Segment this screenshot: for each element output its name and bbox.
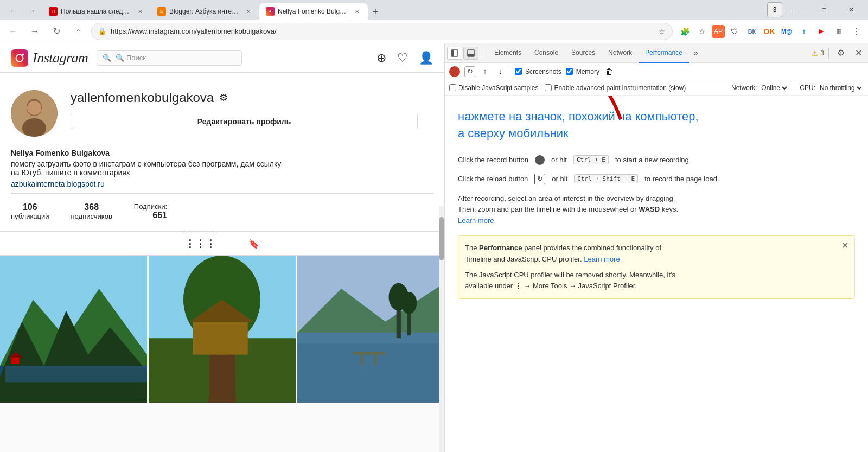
enable-paint-label[interactable]: Enable advanced paint instrumentation (s…: [554, 84, 686, 92]
tab-sources[interactable]: Sources: [565, 43, 602, 63]
user-icon[interactable]: 👤: [419, 51, 433, 65]
disable-js-checkbox[interactable]: [449, 84, 456, 91]
record-button[interactable]: [449, 66, 460, 77]
memory-label[interactable]: Memory: [576, 68, 599, 75]
settings-gear-icon[interactable]: ⚙: [219, 92, 228, 104]
svg-rect-35: [451, 50, 454, 56]
toolbar-separator: [483, 48, 483, 59]
instagram-profile: yallenfomenkobulgakova ⚙ Редактировать п…: [0, 73, 444, 232]
tab-performance[interactable]: Performance: [639, 43, 689, 63]
devtools-settings-button[interactable]: ⚙: [833, 46, 848, 61]
instagram-header: Instagram 🔍 🔍 Поиск ⊕ ♡ 👤: [0, 43, 444, 73]
info-box-text-2: The JavaScript CPU profiler will be remo…: [465, 270, 837, 292]
tab-title-blogger: Blogger: Азбука интернета – И...: [169, 8, 241, 15]
tab-elements[interactable]: Elements: [488, 43, 528, 63]
compass-icon[interactable]: ⊕: [376, 51, 386, 65]
tab-close-instagram[interactable]: ✕: [353, 7, 361, 16]
photo-item-1[interactable]: [0, 256, 147, 403]
grid-tab[interactable]: ⋮⋮⋮: [185, 232, 216, 256]
posts-stat[interactable]: 106 публикаций: [11, 202, 49, 220]
tab-favicon-instagram: ✦: [266, 7, 275, 16]
svg-point-6: [27, 101, 41, 115]
disable-js-label[interactable]: Disable JavaScript samples: [458, 84, 538, 92]
google-apps-icon[interactable]: ▦: [831, 24, 846, 39]
step1-text1: Click the record button: [458, 156, 528, 164]
tab-poland[interactable]: П Польша нашла следы взрыва... ✕: [42, 3, 151, 20]
trash-button[interactable]: 🗑: [604, 66, 615, 77]
photo-item-2[interactable]: [149, 256, 296, 403]
twitter-icon[interactable]: t: [796, 24, 812, 39]
step1-text2: or hit: [551, 156, 567, 164]
adguard-icon[interactable]: 🛡: [727, 24, 742, 39]
screenshots-label[interactable]: Screenshots: [525, 68, 561, 75]
tab-blogger[interactable]: Б Blogger: Азбука интернета – И... ✕: [151, 3, 259, 20]
youtube-icon[interactable]: ▶: [814, 24, 829, 39]
tab-favicon-blogger: Б: [157, 7, 166, 16]
devtools-secondary-toolbar: ↻ ↑ ↓ Screenshots Memory 🗑: [445, 63, 868, 80]
maximize-button[interactable]: ◻: [812, 0, 837, 20]
screenshots-checkbox-row: Screenshots: [515, 68, 561, 75]
download-button[interactable]: ↓: [495, 66, 506, 77]
profile-icon-1[interactable]: AP: [712, 25, 725, 38]
tab-instagram[interactable]: ✦ Nellya Fomenko Bulgakova ... ✕: [259, 3, 368, 20]
tab-title-poland: Польша нашла следы взрыва...: [61, 8, 132, 15]
back-nav-button[interactable]: ←: [4, 23, 22, 40]
tab-counter-badge[interactable]: 3: [767, 2, 782, 17]
scroll-bar[interactable]: [439, 206, 444, 452]
cpu-dropdown[interactable]: No throttling: [818, 84, 864, 92]
refresh-button[interactable]: ↻: [48, 23, 65, 40]
forward-nav-button[interactable]: →: [26, 23, 43, 40]
svg-rect-11: [5, 366, 147, 382]
tagged-tab[interactable]: 🔖: [248, 232, 260, 256]
vk-icon[interactable]: ВК: [744, 24, 760, 39]
minimize-button[interactable]: —: [784, 0, 809, 20]
back-button[interactable]: ←: [4, 2, 22, 20]
info-box-close-button[interactable]: ✕: [839, 240, 850, 251]
odnoklassniki-icon[interactable]: OK: [762, 24, 777, 39]
bio-text: помогу загрузить фото в инстаграм с комп…: [11, 160, 433, 177]
screenshots-checkbox[interactable]: [515, 68, 522, 75]
bookmark-icon[interactable]: ☆: [659, 27, 666, 36]
username-row: yallenfomenkobulgakova ⚙: [71, 90, 433, 105]
forward-button[interactable]: →: [23, 2, 40, 20]
instagram-logo-icon: [11, 49, 28, 67]
svg-point-29: [401, 292, 417, 314]
close-button[interactable]: ✕: [839, 0, 864, 20]
mail-icon[interactable]: M@: [779, 24, 794, 39]
tab-console[interactable]: Console: [528, 43, 565, 63]
star-icon[interactable]: ☆: [694, 24, 710, 39]
dock-bottom-button[interactable]: [463, 47, 478, 60]
svg-rect-12: [11, 358, 19, 364]
extensions-icon[interactable]: 🧩: [677, 24, 692, 39]
more-tabs-button[interactable]: »: [689, 48, 703, 58]
devtools-close-button[interactable]: ✕: [851, 46, 866, 61]
heart-icon[interactable]: ♡: [397, 51, 408, 65]
posts-label: публикаций: [11, 212, 49, 220]
info-learn-more-link[interactable]: Learn more: [584, 255, 620, 263]
bio-link[interactable]: azbukainterneta.blogspot.ru: [11, 180, 105, 188]
tab-close-poland[interactable]: ✕: [136, 7, 144, 16]
new-tab-button[interactable]: +: [368, 4, 383, 20]
edit-profile-button[interactable]: Редактировать профиль: [71, 113, 418, 129]
url-bar[interactable]: 🔒 https://www.instagram.com/yallenfomenk…: [91, 23, 673, 40]
url-text: https://www.instagram.com/yallenfomenkob…: [111, 27, 654, 35]
clear-button[interactable]: ↑: [480, 66, 490, 77]
instagram-search[interactable]: 🔍 🔍 Поиск: [97, 50, 242, 66]
dock-left-button[interactable]: [447, 47, 462, 60]
memory-checkbox[interactable]: [566, 68, 573, 75]
menu-icon[interactable]: ⋮: [848, 24, 864, 39]
followers-stat[interactable]: 368 подписчиков: [71, 202, 112, 220]
reload-record-button[interactable]: ↻: [464, 66, 475, 77]
info-box-text-1: The Performance panel provides the combi…: [465, 243, 837, 265]
devtools-content: нажмете на значок, похожий на компьютер,…: [445, 96, 868, 452]
photo-item-3[interactable]: [297, 256, 444, 403]
tab-network[interactable]: Network: [602, 43, 639, 63]
warning-badge[interactable]: ⚠ 3: [811, 49, 824, 58]
tab-bar: ← → П Польша нашла следы взрыва... ✕ Б B…: [0, 0, 868, 20]
enable-paint-checkbox[interactable]: [545, 84, 552, 91]
following-stat[interactable]: Подписки: 661: [134, 202, 167, 220]
network-dropdown[interactable]: Online: [759, 84, 789, 92]
tab-close-blogger[interactable]: ✕: [244, 7, 253, 16]
home-button[interactable]: ⌂: [69, 23, 87, 40]
learn-more-link[interactable]: Learn more: [458, 217, 494, 225]
